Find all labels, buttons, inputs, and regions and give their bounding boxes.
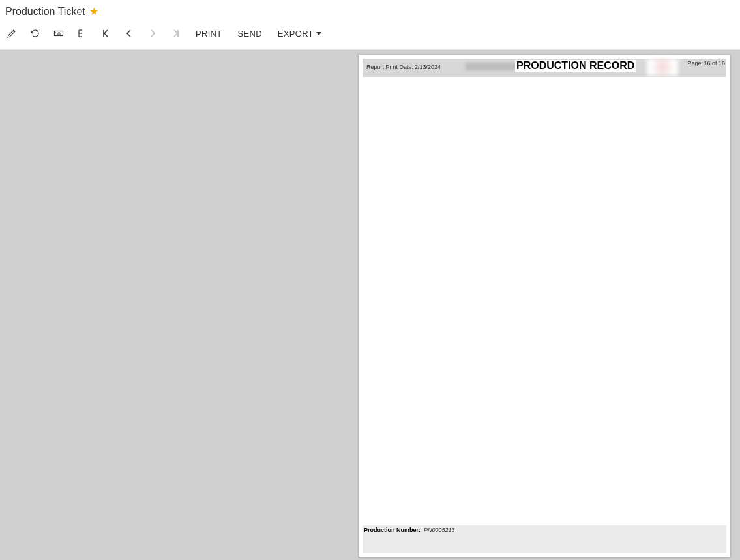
last-page-icon bbox=[171, 28, 181, 38]
report-print-date-label: Report Print Date: bbox=[366, 64, 413, 70]
svg-point-3 bbox=[81, 36, 82, 37]
page-indicator-value: 16 of 16 bbox=[703, 60, 725, 66]
keyboard-icon bbox=[53, 28, 64, 38]
favorite-star-icon[interactable]: ★ bbox=[89, 5, 98, 18]
svg-point-1 bbox=[81, 29, 82, 31]
page-indicator-label: Page: bbox=[687, 60, 703, 66]
send-label: SEND bbox=[238, 29, 262, 38]
page-header: Production Ticket ★ bbox=[0, 0, 740, 20]
svg-rect-0 bbox=[55, 31, 63, 36]
first-page-icon bbox=[100, 28, 111, 38]
edit-button[interactable] bbox=[0, 23, 23, 44]
tree-button[interactable] bbox=[70, 23, 94, 44]
report-page: Report Print Date: 2/13/2024 PRODUCTION … bbox=[359, 55, 730, 557]
svg-point-2 bbox=[81, 33, 82, 34]
report-viewer[interactable]: Report Print Date: 2/13/2024 PRODUCTION … bbox=[0, 50, 740, 560]
logo-image bbox=[647, 59, 678, 76]
page-title: Production Ticket bbox=[5, 6, 85, 18]
redacted-block bbox=[466, 63, 518, 70]
export-label: EXPORT bbox=[278, 29, 314, 38]
last-page-button bbox=[164, 23, 188, 44]
next-page-button bbox=[141, 23, 164, 44]
chevron-right-icon bbox=[147, 28, 158, 38]
chevron-down-icon bbox=[316, 32, 321, 35]
pencil-icon bbox=[7, 28, 17, 38]
refresh-icon bbox=[30, 28, 40, 38]
report-print-date-value: 2/13/2024 bbox=[415, 64, 441, 70]
export-button[interactable]: EXPORT bbox=[270, 25, 329, 42]
first-page-button[interactable] bbox=[94, 23, 117, 44]
refresh-button[interactable] bbox=[23, 23, 47, 44]
keyboard-button[interactable] bbox=[47, 23, 70, 44]
production-number-value: PN0005213 bbox=[424, 527, 455, 533]
print-button[interactable]: PRINT bbox=[188, 25, 230, 42]
production-number-label: Production Number: bbox=[364, 527, 421, 533]
chevron-left-icon bbox=[124, 28, 134, 38]
send-button[interactable]: SEND bbox=[230, 25, 270, 42]
tree-icon bbox=[77, 28, 87, 38]
print-label: PRINT bbox=[196, 29, 222, 38]
toolbar: PRINT SEND EXPORT bbox=[0, 20, 740, 50]
prev-page-button[interactable] bbox=[117, 23, 141, 44]
report-title: PRODUCTION RECORD bbox=[515, 60, 636, 72]
